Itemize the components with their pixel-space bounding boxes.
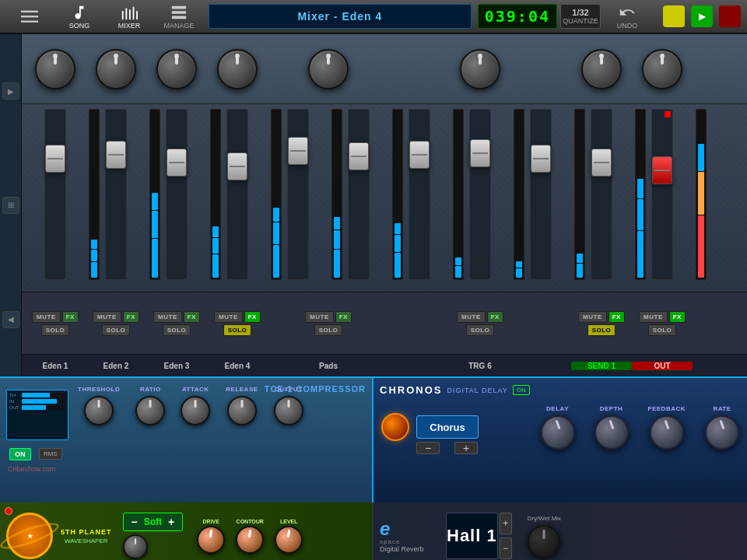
fader-handle-send1[interactable] <box>591 149 612 177</box>
fader-track-eden3[interactable] <box>166 109 188 280</box>
fader-track-out[interactable] <box>651 109 673 280</box>
threshold-knob[interactable] <box>84 396 114 425</box>
fx-trg6[interactable]: FX <box>487 311 503 323</box>
hamburger-menu[interactable] <box>6 2 53 31</box>
solo-pads[interactable]: SOLO <box>314 324 343 336</box>
solo-eden3[interactable]: SOLO <box>163 324 191 336</box>
label-eden3[interactable]: Eden 3 <box>146 362 207 370</box>
mute-trg6[interactable]: MUTE <box>457 311 486 323</box>
contour-knob[interactable] <box>236 526 264 554</box>
fader-track-pads-a[interactable] <box>287 109 309 280</box>
solo-out[interactable]: SOLO <box>648 324 677 336</box>
soft-plus-btn[interactable]: + <box>168 516 174 528</box>
dry-wet-knob[interactable] <box>528 525 560 558</box>
mixer-tab[interactable]: MIXER <box>106 2 153 31</box>
pan-knob-send1[interactable] <box>581 49 622 89</box>
undo-button[interactable]: UNDO <box>604 2 651 31</box>
output-knob[interactable] <box>274 396 303 425</box>
channel-btns-eden4: MUTE FX SOLO <box>207 311 268 336</box>
level-knob[interactable] <box>275 526 303 554</box>
label-out[interactable]: OUT <box>632 362 693 370</box>
fader-track-eden2[interactable] <box>105 109 127 280</box>
pan-knob-out[interactable] <box>642 49 682 89</box>
play-button[interactable]: ▶ <box>691 5 713 27</box>
mute-pads[interactable]: MUTE <box>305 311 334 323</box>
fader-handle-pads-b[interactable] <box>349 142 369 170</box>
solo-trg6[interactable]: SOLO <box>466 324 495 336</box>
fader-track-trg6-b[interactable] <box>469 109 491 280</box>
chronos-on-label[interactable]: ON <box>513 385 530 395</box>
pan-knob-3[interactable] <box>156 49 197 89</box>
drive-knob[interactable] <box>197 526 225 554</box>
depth-knob[interactable] <box>594 415 629 450</box>
release-knob[interactable] <box>227 396 257 425</box>
play-all-btn[interactable]: ▶ <box>2 82 19 100</box>
pan-knob-2[interactable] <box>96 49 136 89</box>
espace-down-button[interactable]: − <box>500 537 512 559</box>
fx-eden2[interactable]: FX <box>123 311 139 323</box>
fader-handle-eden1[interactable] <box>45 145 65 173</box>
label-eden4[interactable]: Eden 4 <box>207 362 268 370</box>
pan-knob-trg6[interactable] <box>460 49 500 89</box>
manage-tab[interactable]: MANAGE <box>156 2 202 31</box>
mute-send1[interactable]: MUTE <box>578 311 607 323</box>
mute-eden3[interactable]: MUTE <box>153 311 182 323</box>
feedback-knob[interactable] <box>650 415 684 450</box>
fader-handle-pads-a[interactable] <box>288 137 308 165</box>
ratio-knob[interactable] <box>135 396 165 425</box>
fx-eden1[interactable]: FX <box>62 311 79 323</box>
fader-handle-eden4[interactable] <box>227 152 247 180</box>
fader-track-send1[interactable] <box>591 109 612 280</box>
chorus-prev-button[interactable]: − <box>416 442 440 454</box>
fader-handle-trg6-c[interactable] <box>531 145 551 173</box>
espace-up-button[interactable]: + <box>500 513 512 534</box>
fader-track-pads-b[interactable] <box>348 109 370 280</box>
label-eden2[interactable]: Eden 2 <box>86 362 146 370</box>
quantize-selector[interactable]: 1/32 QUANTIZE <box>560 4 601 29</box>
record-button[interactable] <box>719 5 741 27</box>
stop-button[interactable] <box>663 5 685 27</box>
song-tab[interactable]: SONG <box>56 2 103 31</box>
fader-track-trg6-a[interactable] <box>409 109 430 280</box>
attack-knob[interactable] <box>181 396 210 425</box>
solo-eden1[interactable]: SOLO <box>41 324 70 336</box>
soft-minus-btn[interactable]: − <box>132 516 138 528</box>
fader-track-trg6-c[interactable] <box>530 109 552 280</box>
fx-eden4[interactable]: FX <box>244 311 261 323</box>
fader-handle-eden3[interactable] <box>167 149 187 177</box>
label-eden1[interactable]: Eden 1 <box>25 362 86 370</box>
mute-eden1[interactable]: MUTE <box>32 311 61 323</box>
fader-track-eden1[interactable] <box>44 109 66 280</box>
fader-handle-trg6-a[interactable] <box>409 141 430 169</box>
chronos-power-button[interactable] <box>381 413 409 441</box>
mute-eden4[interactable]: MUTE <box>214 311 243 323</box>
tce1-rms-button[interactable]: RMS <box>39 448 62 460</box>
fader-handle-trg6-b[interactable] <box>470 139 490 167</box>
pan-knob-4[interactable] <box>217 49 258 89</box>
delay-knob[interactable] <box>541 415 575 450</box>
fx-pads[interactable]: FX <box>335 311 352 323</box>
solo-eden2[interactable]: SOLO <box>102 324 131 336</box>
solo-eden4[interactable]: SOLO <box>223 324 252 336</box>
fx-eden3[interactable]: FX <box>184 311 200 323</box>
solo-send1[interactable]: SOLO <box>587 324 616 336</box>
chorus-next-button[interactable]: + <box>454 442 478 454</box>
label-trg6[interactable]: TRG 6 <box>389 362 571 370</box>
scroll-left-btn[interactable]: ◀ <box>2 311 19 328</box>
mute-out[interactable]: MUTE <box>639 311 668 323</box>
soft-label: Soft <box>144 516 162 527</box>
tce1-on-button[interactable]: ON <box>9 448 31 460</box>
eq-btn[interactable]: ⊞ <box>2 197 19 214</box>
fx-out[interactable]: FX <box>669 311 686 323</box>
fader-track-eden4[interactable] <box>226 109 248 280</box>
label-pads[interactable]: Pads <box>268 362 389 370</box>
fader-handle-eden2[interactable] <box>106 141 126 169</box>
label-send1[interactable]: SEND 1 <box>571 362 632 370</box>
pan-knob-1[interactable] <box>35 49 75 89</box>
pan-knob-pads[interactable] <box>308 49 349 89</box>
mute-eden2[interactable]: MUTE <box>93 311 121 323</box>
rate-knob[interactable] <box>705 415 739 450</box>
planet-main-knob[interactable] <box>123 534 148 559</box>
fx-send1[interactable]: FX <box>608 311 625 323</box>
fader-handle-out[interactable] <box>652 156 672 184</box>
